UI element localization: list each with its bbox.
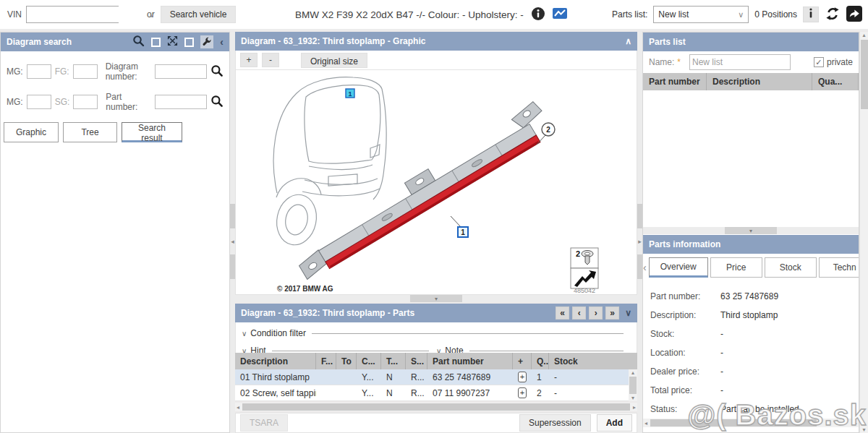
prev-diagram-button[interactable]: ‹ <box>572 306 586 320</box>
splitter-down-icon[interactable]: ▾ <box>725 227 777 234</box>
search-icon[interactable] <box>132 35 145 49</box>
callout-1-window[interactable]: 1 <box>346 89 354 98</box>
zoom-out-button[interactable]: - <box>262 53 279 67</box>
wrench-icon[interactable] <box>200 35 213 48</box>
col-s[interactable]: S... <box>406 353 427 369</box>
last-diagram-button[interactable]: » <box>605 306 619 320</box>
private-checkbox[interactable]: ✓ <box>814 57 824 67</box>
graphic-parts-splitter[interactable]: ▾ <box>235 295 637 302</box>
tab-technical[interactable]: Techn <box>819 257 859 278</box>
collapse-left-icon[interactable]: ◂ <box>231 228 234 254</box>
vin-combobox[interactable]: ∨ <box>26 6 119 23</box>
select-box-icon[interactable] <box>151 38 161 47</box>
add-button[interactable]: Add <box>597 414 632 432</box>
field-value: 63 25 7487689 <box>720 291 778 301</box>
collapse-up-icon[interactable]: ∧ <box>625 36 631 46</box>
diagram-number-input[interactable] <box>155 64 207 79</box>
part-number-input[interactable] <box>155 95 207 109</box>
add-part-icon[interactable]: + <box>518 372 527 382</box>
col-description[interactable]: Description <box>235 353 316 369</box>
tsara-button[interactable]: TSARA <box>240 414 288 432</box>
list-info-splitter[interactable]: ▾ <box>643 227 859 234</box>
tab-overview[interactable]: Overview <box>649 257 708 278</box>
parts-list-label: Parts list: <box>612 9 647 20</box>
col-c[interactable]: C... <box>357 353 381 369</box>
field-label: Dealer price: <box>650 366 720 377</box>
scrollbar-thumb[interactable] <box>242 403 630 411</box>
tab-price[interactable]: Price <box>710 257 762 278</box>
col-part-number[interactable]: Part number <box>427 353 513 369</box>
zoom-in-button[interactable]: + <box>240 53 258 67</box>
splitter-down-icon[interactable]: ▾ <box>410 295 462 302</box>
table-vertical-scrollbar[interactable]: ▴ ▾ <box>629 369 637 401</box>
mg-part-input[interactable] <box>27 95 51 109</box>
collapse-down-icon[interactable]: ∨ <box>625 308 631 318</box>
scroll-down-icon[interactable]: ▾ <box>862 426 865 433</box>
table-row[interactable]: 01 Third stoplamp Y... N R... 63 25 7487… <box>235 369 629 385</box>
vehicle-info-button[interactable] <box>531 7 545 23</box>
scroll-left-icon[interactable]: ◂ <box>235 404 241 411</box>
tab-tree[interactable]: Tree <box>63 122 117 142</box>
tab-stock[interactable]: Stock <box>765 257 817 278</box>
scrollbar-thumb[interactable] <box>629 377 637 394</box>
refresh-button[interactable] <box>825 6 841 24</box>
chevron-down-icon[interactable]: ∨ <box>733 10 748 20</box>
col-add[interactable]: + <box>513 353 532 369</box>
add-part-icon[interactable]: + <box>518 387 527 398</box>
page-vertical-scrollbar[interactable]: ▴ ▾ <box>859 32 868 433</box>
collapse-panel-icon[interactable]: ‹ <box>220 37 224 47</box>
left-splitter[interactable]: ◂ <box>230 32 235 433</box>
graphic-docs-button[interactable] <box>553 8 567 21</box>
chevron-down-icon[interactable]: ∨ <box>145 10 159 20</box>
first-diagram-button[interactable]: « <box>556 306 569 320</box>
frame-box-icon[interactable] <box>184 38 194 47</box>
col-from[interactable]: F... <box>316 353 336 369</box>
graphic-panel-header: Diagram - 63_1932: Third stoplamp - Grap… <box>235 32 637 51</box>
mg-diagram-input[interactable] <box>27 64 51 79</box>
condition-filter-toggle[interactable]: ∨ Condition filter <box>242 328 631 338</box>
scroll-right-icon[interactable]: ▸ <box>631 404 637 411</box>
diagram-search-button[interactable] <box>210 64 224 80</box>
scroll-up-icon[interactable]: ▴ <box>631 369 634 376</box>
callout-2[interactable]: 2 <box>537 123 555 145</box>
col-description[interactable]: Description <box>707 73 812 90</box>
col-t[interactable]: T... <box>381 353 406 369</box>
callout-1[interactable]: 1 <box>451 216 468 237</box>
supersession-button[interactable]: Supersession <box>519 414 591 432</box>
collapse-right-icon[interactable]: ▸ <box>638 228 642 254</box>
tab-graphic[interactable]: Graphic <box>4 122 59 142</box>
export-button[interactable] <box>846 6 862 24</box>
scroll-right-icon[interactable]: ▸ <box>853 420 859 426</box>
search-vehicle-button[interactable]: Search vehicle <box>161 6 237 23</box>
part-search-button[interactable] <box>210 95 224 110</box>
next-diagram-button[interactable]: › <box>589 306 603 320</box>
sg-input[interactable] <box>73 95 98 109</box>
table-row[interactable]: 02 Screw, self tapping... Y... N R... 07… <box>235 385 629 401</box>
col-stock[interactable]: Stock <box>549 353 637 369</box>
scrollbar-thumb[interactable] <box>861 40 868 109</box>
col-part-number[interactable]: Part number <box>643 73 707 90</box>
table-horizontal-scrollbar[interactable]: ◂ ▸ <box>235 403 637 411</box>
blue-graphic-icon <box>553 8 567 21</box>
vin-input[interactable] <box>27 7 145 22</box>
diagram-graphic-area[interactable]: 1 <box>235 70 637 295</box>
scrollbar-thumb[interactable] <box>650 419 817 426</box>
scroll-left-icon[interactable]: ◂ <box>643 420 649 426</box>
col-quantity[interactable]: Qua... <box>812 73 859 90</box>
name-label: Name: <box>649 57 674 67</box>
scroll-down-icon[interactable]: ▾ <box>631 395 634 401</box>
original-size-button[interactable]: Original size <box>301 53 367 68</box>
tabs-scroll-left-icon[interactable]: ‹ <box>643 262 647 273</box>
tab-search-result[interactable]: Search result <box>122 122 182 142</box>
scroll-up-icon[interactable]: ▴ <box>862 32 865 38</box>
list-name-input[interactable] <box>689 54 791 70</box>
parts-list-info-button[interactable] <box>803 7 819 22</box>
field-label: Stock: <box>650 329 720 339</box>
info-horizontal-scrollbar[interactable]: ◂ ▸ <box>643 419 859 427</box>
right-splitter[interactable]: ▸ <box>637 32 642 433</box>
parts-list-select[interactable]: New list ∨ <box>653 6 749 23</box>
expand-arrows-icon[interactable] <box>167 35 178 48</box>
col-to[interactable]: To <box>336 353 357 369</box>
fg-input[interactable] <box>73 64 98 79</box>
col-quantity[interactable]: Q... <box>532 353 549 369</box>
